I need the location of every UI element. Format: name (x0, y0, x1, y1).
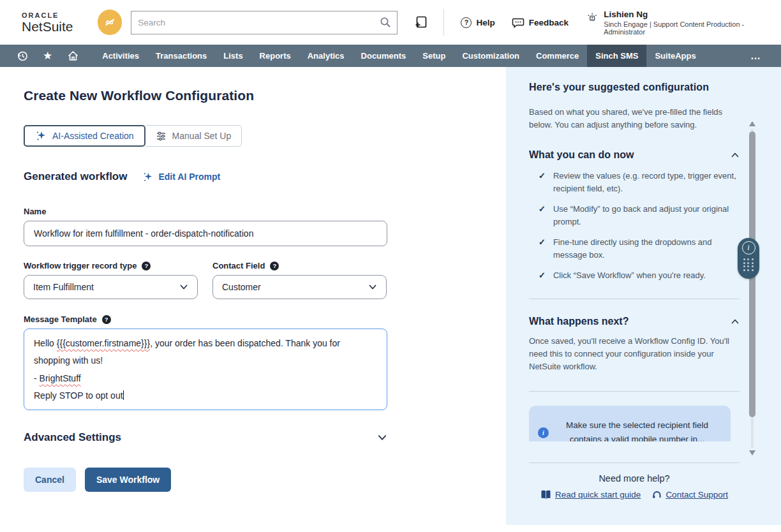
book-icon (540, 490, 551, 499)
scroll-down-arrow[interactable] (749, 450, 755, 455)
chevron-down-icon (368, 283, 377, 292)
contact-field-label: Contact Field (212, 261, 265, 270)
manual-setup-label: Manual Set Up (172, 131, 232, 141)
panel-scroll-area[interactable]: Based on what you shared, we've pre-fill… (529, 102, 740, 441)
list-item: ✓ Use “Modify” to go back and adjust you… (529, 203, 740, 228)
trigger-help-icon[interactable]: ? (142, 262, 151, 270)
creation-mode-toggle: AI-Assisted Creation Manual Set Up (24, 125, 480, 147)
search-icon[interactable] (374, 11, 397, 34)
workflow-name-input[interactable] (24, 221, 387, 246)
merge-token: {{{customer.firstname}}} (57, 338, 150, 348)
netsuite-logo[interactable]: ORACLE NetSuite (22, 12, 73, 33)
user-name: Lishien Ng (604, 10, 781, 19)
list-item: ✓ Review the values (e.g. record type, t… (529, 170, 740, 195)
nav-item-suiteapps[interactable]: SuiteApps (646, 45, 704, 67)
list-item: ✓ Click “Save Workflow” when you're read… (529, 269, 740, 282)
contact-field-select[interactable]: Customer (212, 275, 387, 299)
quick-start-guide-link[interactable]: Read quick start guide (540, 490, 641, 499)
check-icon: ✓ (539, 269, 546, 282)
org-role-icon (586, 11, 598, 24)
advanced-settings-toggle[interactable]: Advanced Settings (24, 431, 387, 444)
message-line-3: Reply STOP to opt out (34, 387, 377, 404)
widget-dialpad-icon[interactable] (743, 258, 754, 271)
recipient-info-box: i Make sure the selected recipient field… (529, 406, 731, 441)
panel-divider (529, 462, 740, 463)
panel-intro: Based on what you shared, we've pre-fill… (529, 106, 732, 131)
help-icon: ? (461, 17, 472, 28)
section-divider (529, 391, 740, 392)
what-happens-next-header[interactable]: What happens next? (529, 316, 740, 327)
generated-workflow-heading: Generated workflow (24, 170, 127, 183)
nav-item-activities[interactable]: Activities (94, 45, 147, 67)
edit-ai-prompt-button[interactable]: Edit AI Prompt (142, 172, 220, 182)
netsuite-app: ORACLE NetSuite ∞ ? Help Feedback (0, 0, 781, 532)
nav-item-transactions[interactable]: Transactions (147, 45, 215, 67)
cancel-button[interactable]: Cancel (24, 468, 76, 492)
message-help-icon[interactable]: ? (102, 315, 111, 324)
panel-title: Here's your suggested configuration (529, 67, 759, 93)
contact-selected-value: Customer (222, 282, 261, 292)
suggestion-panel: Here's your suggested configuration Base… (506, 67, 781, 525)
chevron-up-icon (731, 151, 740, 159)
nav-item-analytics[interactable]: Analytics (299, 45, 353, 67)
trigger-record-type-select[interactable]: Item Fulfillment (24, 275, 198, 299)
brand-token: BrightStuff (40, 373, 81, 383)
recent-records-icon[interactable] (17, 50, 28, 62)
search-input[interactable] (131, 18, 374, 27)
contact-help-icon[interactable]: ? (270, 262, 279, 270)
recipient-info-text: Make sure the selected recipient field c… (555, 418, 719, 441)
nav-item-customization[interactable]: Customization (454, 45, 528, 67)
what-happens-next-title: What happens next? (529, 316, 629, 327)
page-title: Create New Workflow Configuration (24, 88, 480, 103)
widget-info-icon[interactable]: i (742, 241, 755, 255)
ai-assisted-tab[interactable]: AI-Assisted Creation (24, 125, 145, 147)
home-icon[interactable] (67, 50, 79, 62)
ai-assisted-label: AI-Assisted Creation (52, 131, 134, 141)
check-icon: ✓ (539, 236, 546, 261)
scroll-up-arrow[interactable] (749, 121, 755, 126)
help-label: Help (476, 18, 495, 27)
save-workflow-button[interactable]: Save Workflow (85, 468, 171, 492)
nav-item-sinch-sms[interactable]: Sinch SMS (587, 45, 646, 67)
sparkle-icon (142, 172, 153, 182)
message-template-textarea[interactable]: Hello {{{customer.firstname}}}, your ord… (24, 329, 387, 410)
message-line-2: - BrightStuff (34, 370, 377, 387)
feedback-label: Feedback (529, 18, 569, 27)
nav-item-setup[interactable]: Setup (414, 45, 454, 67)
tune-sliders-icon (156, 131, 167, 142)
manual-setup-tab[interactable]: Manual Set Up (145, 125, 242, 147)
nav-item-commerce[interactable]: Commerce (528, 45, 587, 67)
nav-item-documents[interactable]: Documents (353, 45, 415, 67)
netsuite-logo-text: NetSuite (22, 20, 73, 33)
what-you-can-do-title: What you can do now (529, 149, 634, 161)
what-you-can-do-header[interactable]: What you can do now (529, 149, 740, 161)
user-role: Sinch Engage | Support Content Productio… (604, 20, 781, 36)
create-new-page-icon[interactable] (414, 15, 428, 29)
chevron-down-icon (179, 283, 188, 292)
header-divider (443, 9, 444, 36)
nav-item-lists[interactable]: Lists (215, 45, 251, 67)
message-template-label: Message Template (24, 314, 97, 324)
user-role-menu[interactable]: Lishien Ng Sinch Engage | Support Conten… (586, 10, 781, 36)
help-menu[interactable]: ? Help (461, 17, 495, 28)
list-item: ✓ Fine-tune directly using the dropdowns… (529, 236, 740, 261)
main-nav: ★ Activities Transactions Lists Reports … (0, 45, 781, 67)
check-icon: ✓ (539, 170, 546, 195)
what-happens-next-body: Once saved, you'll receive a Workflow Co… (529, 335, 737, 373)
check-icon: ✓ (539, 203, 546, 228)
panel-scrollbar[interactable] (749, 121, 755, 455)
edit-ai-prompt-label: Edit AI Prompt (158, 172, 220, 182)
chevron-down-icon (377, 432, 387, 443)
section-divider (529, 299, 740, 299)
company-avatar[interactable]: ∞ (98, 10, 123, 35)
contact-support-link[interactable]: Contact Support (652, 490, 728, 499)
workflow-form: Create New Workflow Configuration AI-Ass… (0, 67, 506, 532)
nav-item-reports[interactable]: Reports (251, 45, 299, 67)
sparkle-icon (35, 130, 47, 142)
action-checklist: ✓ Review the values (e.g. record type, t… (529, 170, 740, 282)
nav-more-icon[interactable]: … (750, 50, 762, 62)
feedback-menu[interactable]: Feedback (512, 16, 569, 29)
oracle-logo-text: ORACLE (22, 12, 73, 19)
shortcuts-star-icon[interactable]: ★ (43, 50, 52, 61)
advanced-settings-label: Advanced Settings (24, 431, 121, 444)
